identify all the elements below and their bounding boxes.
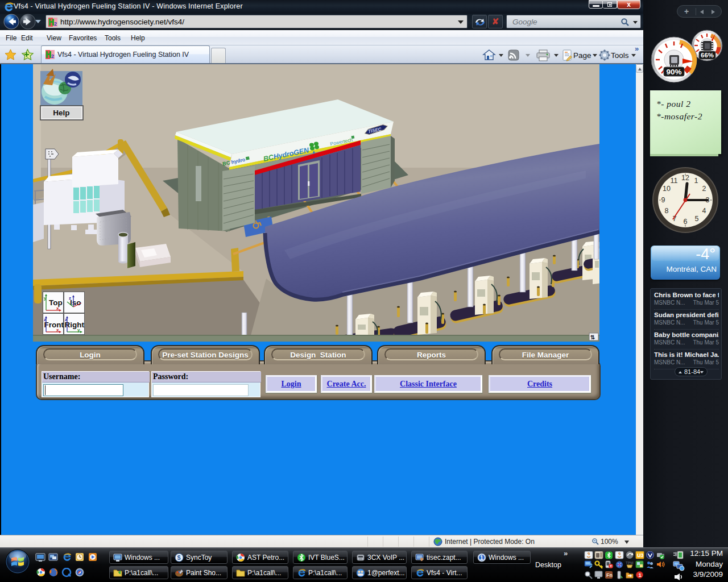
svg-text:2: 2 (51, 53, 54, 59)
svg-text:z: z (69, 296, 71, 301)
svg-text:2: 2 (54, 21, 57, 27)
svg-text:11: 11 (671, 177, 678, 185)
svg-text:5: 5 (695, 215, 699, 223)
svg-text:4: 4 (702, 207, 706, 215)
svg-text:9: 9 (661, 196, 665, 204)
svg-text:⇅: ⇅ (590, 334, 595, 340)
svg-text:Tools: Tools (611, 51, 629, 60)
svg-text:1: 1 (480, 555, 483, 561)
svg-text:Help: Help (53, 109, 69, 117)
svg-text:10: 10 (663, 185, 671, 193)
svg-text:Front: Front (44, 321, 64, 329)
svg-text:Top: Top (49, 298, 63, 307)
svg-text:66%: 66% (701, 52, 714, 59)
svg-text:TPM: TPM (626, 561, 634, 565)
svg-text:6: 6 (684, 218, 688, 226)
svg-text:1: 1 (694, 177, 698, 185)
svg-text:Fn: Fn (606, 572, 613, 578)
svg-text:U3: U3 (637, 552, 644, 558)
svg-text:1: 1 (639, 572, 642, 578)
svg-text:Right: Right (65, 321, 85, 329)
svg-text:8: 8 (665, 207, 669, 215)
svg-text:$: $ (177, 554, 181, 561)
svg-text:90%: 90% (666, 68, 681, 76)
svg-text:2: 2 (702, 185, 706, 193)
svg-text:Page: Page (573, 51, 592, 60)
